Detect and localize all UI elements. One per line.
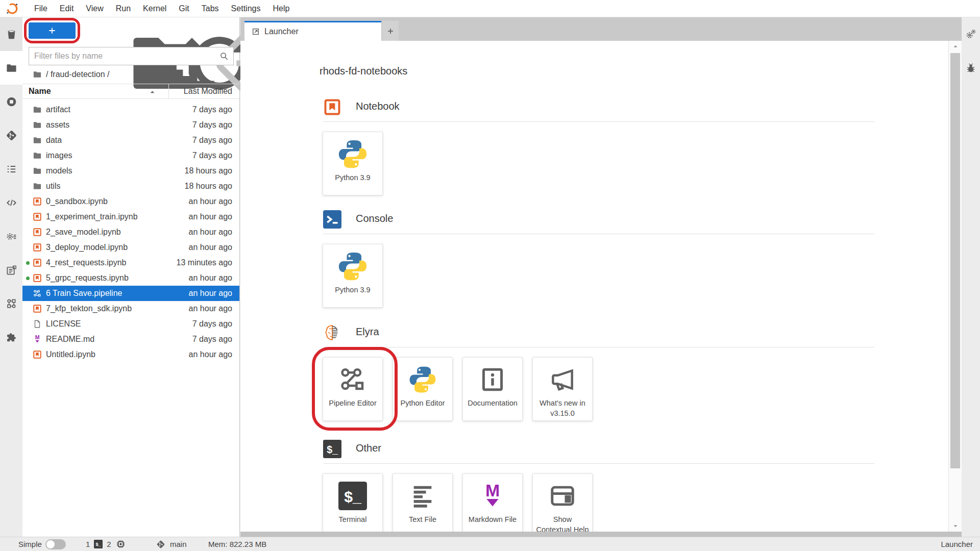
scrollbar-thumb[interactable] — [950, 53, 960, 468]
launcher-card-documentation[interactable]: Documentation — [462, 357, 523, 421]
folder-icon — [33, 105, 42, 114]
file-modified: 18 hours ago — [185, 166, 232, 176]
text-file-icon — [409, 483, 436, 509]
menu-tabs[interactable]: Tabs — [195, 4, 225, 13]
launcher-card-terminal[interactable]: Terminal — [323, 473, 383, 537]
launcher-card-markdown-file[interactable]: Markdown File — [462, 473, 523, 537]
sidebar-item-debugger[interactable] — [962, 51, 980, 85]
menu-kernel[interactable]: Kernel — [137, 4, 173, 13]
table-row[interactable]: 5_grpc_requests.ipynban hour ago — [22, 270, 239, 286]
search-icon — [219, 51, 229, 61]
launcher-card-text-file[interactable]: Text File — [393, 473, 453, 537]
launcher-card-python-editor[interactable]: Python Editor — [393, 357, 453, 421]
refresh-button[interactable] — [143, 25, 154, 36]
table-row[interactable]: 0_sandbox.ipynban hour ago — [22, 194, 239, 209]
sidebar-item-runtimes[interactable] — [0, 219, 22, 253]
sidebar-item-git[interactable] — [0, 118, 22, 152]
sidebar-item-extensions[interactable] — [0, 320, 22, 354]
card-label: Documentation — [464, 398, 521, 409]
table-row[interactable]: 1_experiment_train.ipynban hour ago — [22, 209, 239, 224]
horizontal-scrollbar-track[interactable] — [240, 532, 962, 537]
notebook-icon — [33, 228, 42, 237]
menu-help[interactable]: Help — [266, 4, 296, 13]
card-label: Python 3.9 — [332, 173, 373, 183]
new-launcher-button[interactable] — [29, 22, 76, 39]
console-icon — [323, 210, 341, 229]
table-row[interactable]: assets7 days ago — [22, 117, 239, 133]
vertical-scrollbar[interactable] — [948, 41, 962, 532]
launcher-card-notebook-python39[interactable]: Python 3.9 — [323, 132, 383, 195]
sidebar-item-trash[interactable] — [0, 17, 22, 51]
scroll-down-arrow-icon[interactable] — [949, 520, 962, 532]
table-row[interactable]: 3_deploy_model.ipynban hour ago — [22, 240, 239, 255]
table-row[interactable]: models18 hours ago — [22, 163, 239, 179]
new-tab-button[interactable] — [382, 21, 399, 41]
table-row[interactable]: Untitled.ipynban hour ago — [22, 347, 239, 362]
column-header-last-modified[interactable]: Last Modified — [184, 87, 232, 96]
table-row[interactable]: images7 days ago — [22, 148, 239, 163]
table-row-selected[interactable]: 6 Train Save.pipelinean hour ago — [22, 286, 239, 301]
launcher-card-whats-new[interactable]: What's new in v3.15.0 — [532, 357, 593, 421]
contextual-help-icon — [549, 482, 576, 510]
sidebar-item-toc[interactable] — [0, 152, 22, 186]
launcher-card-contextual-help[interactable]: Show Contextual Help — [532, 473, 593, 537]
sidebar-item-property-inspector[interactable] — [962, 17, 980, 51]
menu-file[interactable]: File — [28, 4, 54, 13]
table-row[interactable]: 4_rest_requests.ipynb13 minutes ago — [22, 255, 239, 270]
file-modified: an hour ago — [189, 350, 232, 359]
notebook-icon — [33, 258, 42, 267]
pipeline-editor-icon — [337, 364, 368, 395]
property-inspector-gears-icon — [965, 29, 976, 40]
git-clone-button[interactable] — [169, 25, 181, 36]
filter-files-input[interactable] — [29, 47, 234, 65]
file-name: 4_rest_requests.ipynb — [46, 258, 126, 267]
sidebar-item-running-kernels[interactable] — [0, 85, 22, 118]
launcher-body: rhods-fd-notebooks Notebook Python 3.9 C… — [240, 41, 962, 537]
memory-usage-status: Mem: 822.23 MB — [208, 537, 266, 551]
file-name: Untitled.ipynb — [46, 350, 95, 359]
status-bar: Simple 1 2 main Mem: 822.23 MB Launcher — [0, 537, 980, 551]
folder-icon — [6, 62, 17, 74]
notebook-icon — [323, 98, 341, 116]
trash-icon — [6, 29, 17, 40]
menu-edit[interactable]: Edit — [54, 4, 80, 13]
table-row[interactable]: 7_kfp_tekton_sdk.ipynban hour ago — [22, 301, 239, 316]
launcher-card-console-python39[interactable]: Python 3.9 — [323, 244, 383, 308]
current-context-label: Launcher — [941, 537, 973, 551]
menu-run[interactable]: Run — [110, 4, 137, 13]
section-label-console: Console — [356, 213, 393, 224]
menu-settings[interactable]: Settings — [225, 4, 267, 13]
debugger-bug-icon — [965, 62, 976, 73]
menu-git[interactable]: Git — [173, 4, 195, 13]
card-label: Text File — [406, 515, 439, 525]
file-modified: 13 minutes ago — [177, 258, 232, 267]
table-row[interactable]: utils18 hours ago — [22, 179, 239, 194]
upload-button[interactable] — [115, 25, 127, 36]
launcher-card-pipeline-editor[interactable]: Pipeline Editor — [323, 357, 383, 421]
file-name: 2_save_model.ipynb — [46, 228, 121, 237]
table-row[interactable]: data7 days ago — [22, 133, 239, 148]
table-row[interactable]: README.md7 days ago — [22, 332, 239, 347]
table-row[interactable]: artifact7 days ago — [22, 102, 239, 117]
git-branch-status[interactable]: main — [156, 537, 187, 551]
column-header-name[interactable]: Name — [29, 87, 51, 96]
simple-mode-toggle[interactable] — [45, 539, 66, 549]
file-name: 6 Train Save.pipeline — [46, 289, 122, 298]
notebook-icon — [33, 304, 42, 313]
table-of-contents-icon — [6, 163, 17, 175]
sidebar-item-pipeline-components[interactable] — [0, 287, 22, 320]
card-label: Markdown File — [465, 515, 520, 525]
table-row[interactable]: 2_save_model.ipynban hour ago — [22, 224, 239, 240]
new-folder-button[interactable] — [89, 25, 100, 36]
tab-launcher[interactable]: Launcher — [244, 21, 381, 41]
sidebar-item-file-browser[interactable] — [0, 51, 22, 85]
file-modified: 7 days ago — [192, 136, 232, 145]
table-row[interactable]: LICENSE7 days ago — [22, 316, 239, 332]
divider — [323, 347, 874, 347]
sidebar-item-code-snippets[interactable] — [0, 186, 22, 219]
scroll-up-arrow-icon[interactable] — [949, 41, 962, 52]
sidebar-item-runtime-images[interactable] — [0, 253, 22, 287]
running-sessions-status[interactable]: 1 2 — [86, 537, 126, 551]
file-modified: 7 days ago — [192, 105, 232, 114]
menu-view[interactable]: View — [80, 4, 109, 13]
